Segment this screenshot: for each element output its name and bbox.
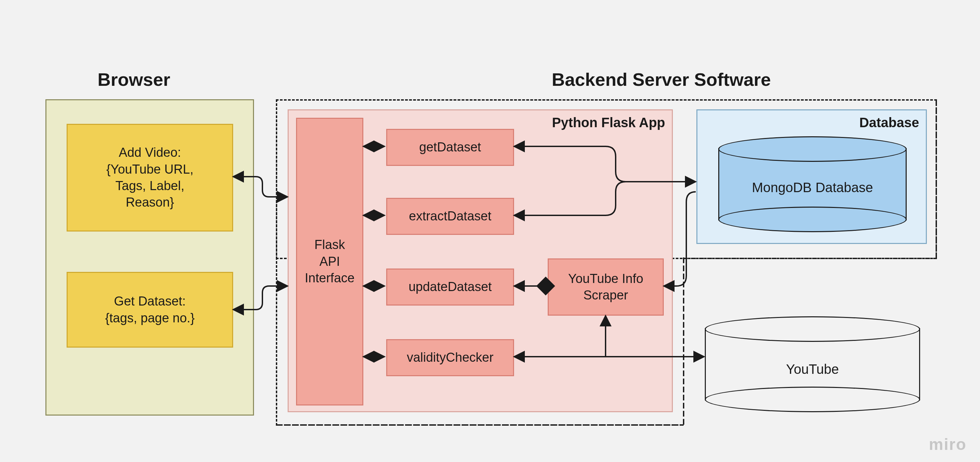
browser-title: Browser [97, 69, 170, 90]
validity-checker-box: validityChecker [386, 339, 514, 376]
browser-container: Add Video: {YouTube URL, Tags, Label, Re… [45, 99, 254, 416]
youtube-scraper-box: YouTube Info Scraper [548, 258, 664, 315]
flask-app-title: Python Flask App [552, 114, 665, 131]
update-dataset-box: updateDataset [386, 269, 514, 306]
flask-app-panel: Python Flask App Flask API Interface get… [288, 109, 673, 412]
flask-api-interface: Flask API Interface [296, 118, 363, 405]
extract-dataset-box: extractDataset [386, 198, 514, 235]
youtube-label: YouTube [705, 362, 920, 377]
add-video-card: Add Video: {YouTube URL, Tags, Label, Re… [67, 124, 233, 231]
miro-watermark: miro [929, 435, 967, 454]
youtube-cylinder: YouTube [705, 316, 920, 412]
mongodb-cylinder: MongoDB Database [718, 136, 907, 232]
database-title: Database [859, 114, 919, 131]
diagram-canvas: Browser Backend Server Software Add Vide… [0, 0, 980, 462]
backend-title: Backend Server Software [552, 69, 771, 90]
get-dataset-box: getDataset [386, 129, 514, 166]
mongodb-label: MongoDB Database [718, 180, 907, 195]
get-dataset-card: Get Dataset: {tags, page no.} [67, 272, 233, 347]
dashed-bottom-left [276, 424, 685, 427]
